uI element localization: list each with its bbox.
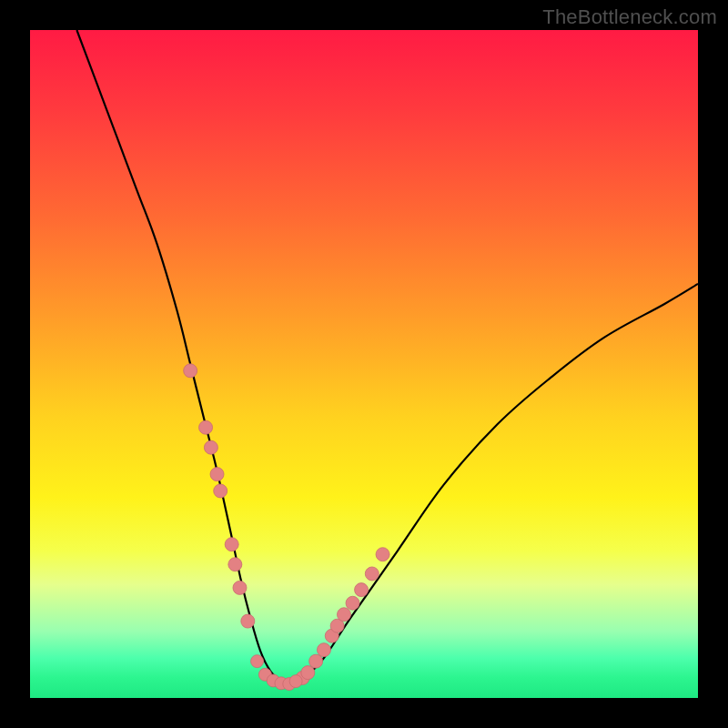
chart-frame: TheBottleneck.com — [0, 0, 728, 728]
markers-valley — [251, 655, 303, 691]
data-point — [251, 655, 264, 668]
markers-left-branch — [184, 364, 255, 628]
data-point — [199, 420, 213, 434]
data-point — [346, 596, 359, 610]
data-point — [214, 484, 228, 498]
markers-right-branch — [296, 548, 389, 685]
data-point — [241, 614, 255, 628]
data-point — [337, 608, 350, 622]
data-point — [289, 675, 302, 688]
data-point — [355, 583, 369, 597]
data-point — [228, 558, 242, 571]
data-point — [309, 654, 323, 668]
data-point — [204, 440, 217, 454]
data-point — [233, 581, 247, 594]
data-point — [210, 468, 224, 481]
data-point — [225, 538, 238, 551]
watermark-text: TheBottleneck.com — [542, 5, 717, 29]
data-point — [365, 567, 379, 581]
data-point — [317, 643, 330, 657]
data-point — [184, 364, 197, 378]
bottleneck-curve — [76, 30, 698, 684]
data-point — [301, 666, 315, 680]
data-point — [376, 548, 389, 561]
chart-svg — [30, 30, 698, 698]
curve-path — [76, 30, 698, 684]
